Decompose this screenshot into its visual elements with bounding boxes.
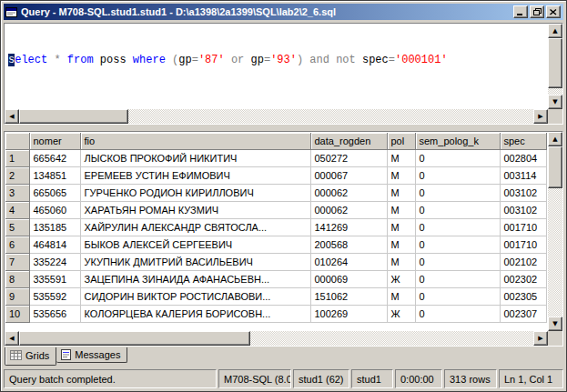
grid-vertical-scrollbar[interactable]: ▲ ▼: [548, 132, 562, 331]
grid-cell[interactable]: ЗАЦЕПИНА ЗИНАИДА АФАНАСЬЕВН...: [80, 270, 310, 287]
grid-horizontal-scrollbar[interactable]: ◀ ▶: [5, 331, 548, 346]
grid-cell[interactable]: 100269: [310, 305, 387, 322]
row-number-cell[interactable]: 7: [5, 253, 29, 270]
grid-cell[interactable]: 0: [415, 166, 500, 184]
restore-button[interactable]: [530, 5, 544, 18]
grid-cell[interactable]: 010264: [310, 253, 387, 270]
sql-editor[interactable]: select * from poss where (gp='87' or gp=…: [5, 25, 547, 108]
grid-cell[interactable]: ХАРАТЬЯН РОМАН КУЗМИЧ: [80, 201, 310, 218]
grid-cell[interactable]: 002302: [500, 270, 547, 287]
grid-cell[interactable]: Ж: [387, 305, 415, 322]
row-number-cell[interactable]: 2: [5, 166, 29, 184]
row-number-cell[interactable]: 8: [5, 270, 29, 287]
grid-cell[interactable]: 0: [415, 236, 500, 253]
grid-cell[interactable]: 0: [415, 218, 500, 236]
column-header-nomer[interactable]: nomer: [29, 133, 80, 149]
grid-cell[interactable]: М: [387, 149, 415, 166]
grid-cell[interactable]: 464814: [29, 236, 80, 253]
scroll-up-icon[interactable]: ▲: [548, 132, 562, 146]
grid-cell[interactable]: М: [387, 201, 415, 218]
grid-cell[interactable]: 200568: [310, 236, 387, 253]
grid-cell[interactable]: 0: [415, 149, 500, 166]
column-header-data_rogden[interactable]: data_rogden: [310, 133, 387, 149]
grid-cell[interactable]: М: [387, 218, 415, 236]
grid-cell[interactable]: 134851: [29, 166, 80, 184]
scroll-up-icon[interactable]: ▲: [548, 24, 562, 38]
grid-hscroll-thumb[interactable]: [19, 331, 250, 346]
grid-cell[interactable]: 003114: [500, 166, 547, 184]
grid-hscroll-track[interactable]: [19, 331, 533, 346]
grid-cell[interactable]: ГУРЧЕНКО РОДИОН КИРИЛЛОВИЧ: [80, 184, 310, 201]
grid-cell[interactable]: КОЛОЯРЦЕВА КАЛЕРИЯ БОРИСОВН...: [80, 305, 310, 322]
column-header-spec[interactable]: spec: [500, 133, 547, 149]
pane-splitter[interactable]: [4, 125, 563, 131]
column-header-fio[interactable]: fio: [80, 133, 310, 149]
grid-cell[interactable]: 535656: [29, 305, 80, 322]
grid-cell[interactable]: 000062: [310, 184, 387, 201]
scroll-right-icon[interactable]: ▶: [533, 109, 548, 124]
row-number-cell[interactable]: 4: [5, 201, 29, 218]
editor-horizontal-scrollbar[interactable]: ◀ ▶: [5, 109, 548, 124]
grid-cell[interactable]: 151062: [310, 287, 387, 305]
editor-vscroll-track[interactable]: [548, 38, 562, 95]
row-number-cell[interactable]: 10: [5, 305, 29, 322]
grid-cell[interactable]: 0: [415, 201, 500, 218]
grid-cell[interactable]: УКУПНИК ДМИТРИЙ ВАСИЛЬЕВИЧ: [80, 253, 310, 270]
grid-cell[interactable]: ХАЙРУЛИН АЛЕКСАНДР СВЯТОСЛА...: [80, 218, 310, 236]
grid-cell[interactable]: 000067: [310, 166, 387, 184]
grid-cell[interactable]: СИДОРИН ВИКТОР РОСТИСЛАВОВИ...: [80, 287, 310, 305]
grid-cell[interactable]: Ж: [387, 270, 415, 287]
column-header-pol[interactable]: pol: [387, 133, 415, 149]
grid-vscroll-track[interactable]: [548, 146, 562, 317]
tab-grids[interactable]: Grids: [5, 347, 56, 366]
grid-cell[interactable]: 0: [415, 305, 500, 322]
grid-cell[interactable]: 002102: [500, 253, 547, 270]
grid-cell[interactable]: 0: [415, 253, 500, 270]
scroll-left-icon[interactable]: ◀: [5, 109, 19, 124]
row-number-header[interactable]: [5, 133, 29, 149]
editor-hscroll-thumb[interactable]: [19, 109, 128, 124]
row-number-cell[interactable]: 5: [5, 218, 29, 236]
tab-messages[interactable]: Messages: [56, 347, 127, 363]
grid-cell[interactable]: М: [387, 236, 415, 253]
grid-cell[interactable]: 665642: [29, 149, 80, 166]
grid-cell[interactable]: 000062: [310, 201, 387, 218]
scroll-left-icon[interactable]: ◀: [5, 331, 19, 346]
grid-cell[interactable]: 665065: [29, 184, 80, 201]
grid-cell[interactable]: ЕРЕМЕЕВ УСТИН ЕФИМОВИЧ: [80, 166, 310, 184]
editor-vertical-scrollbar[interactable]: ▲ ▼: [548, 24, 562, 109]
grid-cell[interactable]: ЛЫСКОВ ПРОКОФИЙ НИКИТИЧ: [80, 149, 310, 166]
grid-cell[interactable]: 002804: [500, 149, 547, 166]
grid-cell[interactable]: 002307: [500, 305, 547, 322]
scroll-down-icon[interactable]: ▼: [548, 95, 562, 109]
grid-cell[interactable]: 465060: [29, 201, 80, 218]
editor-vscroll-thumb[interactable]: [548, 38, 562, 88]
grid-cell[interactable]: 335224: [29, 253, 80, 270]
grid-cell[interactable]: М: [387, 184, 415, 201]
row-number-cell[interactable]: 9: [5, 287, 29, 305]
grid-cell[interactable]: М: [387, 253, 415, 270]
grid-cell[interactable]: 000069: [310, 270, 387, 287]
scroll-right-icon[interactable]: ▶: [533, 331, 548, 346]
grid-vscroll-thumb[interactable]: [548, 146, 562, 188]
grid-cell[interactable]: БЫКОВ АЛЕКСЕЙ СЕРГЕЕВИЧ: [80, 236, 310, 253]
grid-cell[interactable]: 001710: [500, 218, 547, 236]
row-number-cell[interactable]: 1: [5, 149, 29, 166]
grid-cell[interactable]: 0: [415, 287, 500, 305]
grid-cell[interactable]: 335591: [29, 270, 80, 287]
grid-cell[interactable]: 0: [415, 184, 500, 201]
row-number-cell[interactable]: 6: [5, 236, 29, 253]
column-header-sem_polog_k[interactable]: sem_polog_k: [415, 133, 500, 149]
row-number-cell[interactable]: 3: [5, 184, 29, 201]
grid-cell[interactable]: 050272: [310, 149, 387, 166]
close-button[interactable]: [546, 5, 561, 18]
grid-cell[interactable]: 141269: [310, 218, 387, 236]
grid-cell[interactable]: М: [387, 287, 415, 305]
minimize-button[interactable]: [513, 5, 528, 18]
grid-cell[interactable]: 003102: [500, 184, 547, 201]
scroll-down-icon[interactable]: ▼: [548, 317, 562, 331]
editor-hscroll-track[interactable]: [19, 109, 533, 124]
grid-cell[interactable]: 003102: [500, 201, 547, 218]
grid-cell[interactable]: 0: [415, 270, 500, 287]
grid-cell[interactable]: М: [387, 166, 415, 184]
